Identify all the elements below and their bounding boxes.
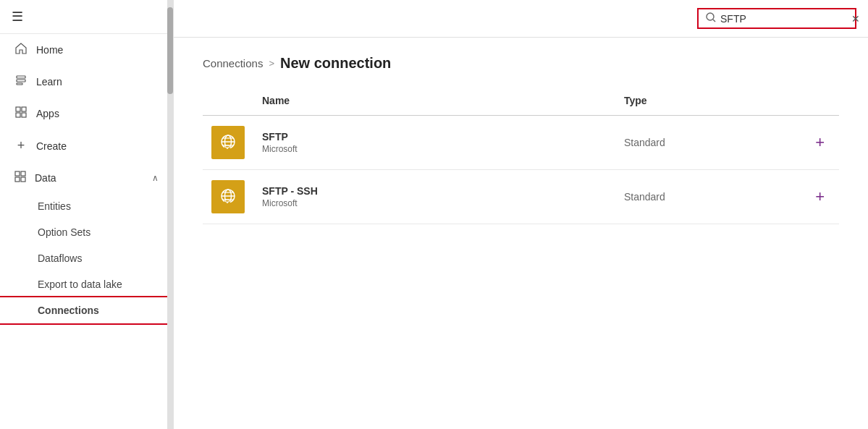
- data-chevron-icon: ∧: [152, 173, 159, 183]
- col-action: [751, 89, 839, 116]
- sftp-ssh-icon-bg: [211, 180, 245, 213]
- sidebar-scrollbar-thumb[interactable]: [167, 7, 173, 94]
- sftp-add-cell: +: [751, 116, 839, 170]
- sidebar-item-option-sets[interactable]: Option Sets: [0, 219, 173, 245]
- svg-rect-9: [15, 177, 20, 182]
- svg-point-20: [227, 148, 228, 149]
- breadcrumb: Connections > New connection: [203, 55, 839, 72]
- sidebar-item-learn-label: Learn: [36, 76, 62, 88]
- home-icon: [14, 43, 28, 57]
- table-header-row: Name Type: [203, 89, 839, 116]
- learn-icon: [14, 75, 28, 89]
- sidebar-scrollbar[interactable]: [167, 0, 173, 429]
- sidebar-item-entities-label: Entities: [38, 200, 71, 212]
- hamburger-icon[interactable]: ☰: [12, 9, 23, 24]
- breadcrumb-separator: >: [269, 58, 274, 69]
- apps-icon: [14, 106, 28, 121]
- create-icon: +: [14, 138, 28, 153]
- sftp-icon: [211, 126, 245, 159]
- svg-rect-5: [16, 113, 20, 117]
- sidebar-item-apps-label: Apps: [36, 108, 59, 119]
- sidebar-item-connections-label: Connections: [38, 305, 99, 316]
- search-box[interactable]: ✕: [697, 8, 856, 29]
- sidebar-item-option-sets-label: Option Sets: [38, 226, 90, 238]
- sftp-ssh-icon-cell: [203, 170, 253, 224]
- table-row: SFTP Microsoft Standard +: [203, 116, 839, 170]
- svg-rect-3: [16, 107, 20, 111]
- col-icon: [203, 89, 253, 116]
- sftp-type-cell: Standard: [615, 116, 751, 170]
- header: ✕: [174, 0, 868, 38]
- svg-rect-6: [22, 113, 26, 117]
- search-icon: [706, 12, 716, 25]
- svg-rect-7: [15, 171, 20, 176]
- svg-line-12: [713, 20, 715, 22]
- sidebar: ☰ Home Learn: [0, 0, 174, 429]
- sidebar-item-learn[interactable]: Learn: [0, 66, 173, 98]
- sidebar-item-dataflows-label: Dataflows: [38, 252, 82, 264]
- sftp-ssh-subtitle: Microsoft: [262, 198, 607, 208]
- svg-point-11: [707, 13, 714, 20]
- svg-rect-2: [17, 83, 22, 85]
- sftp-ssh-add-button[interactable]: +: [809, 186, 830, 208]
- main-content: ✕ Connections > New connection Name Type: [174, 0, 868, 429]
- sftp-ssh-add-cell: +: [751, 170, 839, 224]
- sftp-ssh-type-cell: Standard: [615, 170, 751, 224]
- breadcrumb-parent-link[interactable]: Connections: [203, 57, 263, 69]
- sidebar-item-export[interactable]: Export to data lake: [0, 271, 173, 297]
- sftp-name-cell: SFTP Microsoft: [253, 116, 615, 170]
- content-area: Connections > New connection Name Type: [174, 38, 868, 429]
- sftp-add-button[interactable]: +: [809, 132, 830, 153]
- sftp-ssh-name-cell: SFTP - SSH Microsoft: [253, 170, 615, 224]
- sidebar-item-home-label: Home: [36, 44, 63, 56]
- sidebar-item-data-label: Data: [35, 172, 56, 184]
- svg-rect-4: [22, 107, 26, 111]
- search-input[interactable]: [720, 13, 847, 25]
- svg-rect-10: [21, 177, 25, 182]
- sidebar-item-dataflows[interactable]: Dataflows: [0, 245, 173, 271]
- sftp-subtitle: Microsoft: [262, 144, 607, 154]
- sidebar-item-connections[interactable]: Connections: [0, 297, 173, 323]
- sftp-ssh-icon: [211, 180, 245, 213]
- sidebar-item-create[interactable]: + Create: [0, 129, 173, 162]
- sidebar-item-data[interactable]: Data ∧: [0, 162, 173, 193]
- sftp-ssh-name: SFTP - SSH: [262, 185, 607, 197]
- col-name: Name: [253, 89, 615, 116]
- connections-table: Name Type: [203, 89, 839, 224]
- sidebar-item-entities[interactable]: Entities: [0, 193, 173, 219]
- data-icon: [14, 171, 26, 184]
- sidebar-item-create-label: Create: [36, 140, 67, 152]
- sftp-icon-bg: [211, 126, 245, 159]
- sidebar-item-apps[interactable]: Apps: [0, 98, 173, 129]
- svg-point-28: [227, 202, 228, 203]
- svg-rect-0: [17, 76, 25, 78]
- svg-rect-8: [21, 171, 25, 176]
- search-close-icon[interactable]: ✕: [851, 13, 860, 25]
- sftp-name: SFTP: [262, 131, 607, 143]
- table-row: SFTP - SSH Microsoft Standard +: [203, 170, 839, 224]
- sidebar-item-home[interactable]: Home: [0, 34, 173, 66]
- sftp-icon-cell: [203, 116, 253, 170]
- sidebar-top: ☰: [0, 0, 173, 34]
- col-type: Type: [615, 89, 751, 116]
- sidebar-navigation: Home Learn Apps: [0, 34, 173, 323]
- sidebar-item-export-label: Export to data lake: [38, 279, 122, 290]
- breadcrumb-current: New connection: [280, 55, 391, 72]
- svg-rect-1: [17, 80, 25, 82]
